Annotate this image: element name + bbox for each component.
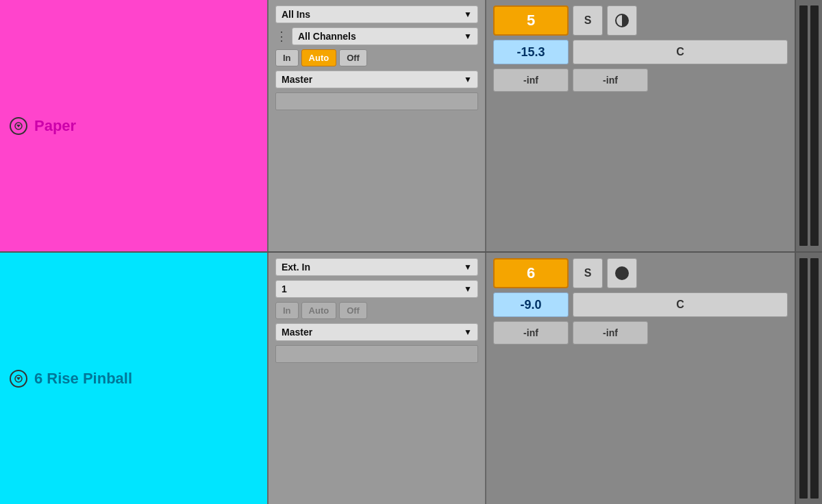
dropdown-arrow-channel-pinball: ▼ (464, 284, 472, 294)
channel-row-pinball: 1 ▼ (275, 280, 478, 298)
inf-left-paper[interactable]: -inf (493, 68, 569, 92)
mixer-inf-row-paper: -inf -inf (493, 68, 788, 92)
s-button-paper[interactable]: S (573, 5, 603, 36)
vu-meter-paper (795, 0, 822, 251)
channel-dropdown-paper[interactable]: All Channels ▼ (292, 27, 478, 45)
track-number-paper[interactable]: 5 (493, 5, 569, 36)
vu-bar-left-paper (799, 5, 808, 246)
text-input-bar-paper[interactable] (275, 92, 478, 110)
dropdown-arrow-output-pinball: ▼ (464, 327, 472, 337)
main-container: Paper All Ins ▼ ⋮ All Channels ▼ In Auto… (0, 0, 822, 504)
vu-bar-right-pinball (810, 258, 819, 499)
dropdown-arrow-channel-paper: ▼ (464, 32, 472, 41)
text-input-bar-pinball[interactable] (275, 345, 478, 363)
mixer-inf-row-pinball: -inf -inf (493, 321, 788, 344)
track-title-paper: Paper (34, 117, 76, 135)
controls-pinball: Ext. In ▼ 1 ▼ In Auto Off Master ▼ (267, 253, 486, 504)
collapse-button-paper[interactable] (10, 117, 27, 135)
output-row-pinball: Master ▼ (275, 323, 478, 341)
mode-off-paper[interactable]: Off (339, 49, 367, 66)
record-icon-pinball (615, 266, 629, 280)
text-bar-row-pinball (275, 345, 478, 363)
mixer-vol-row-pinball: -9.0 C (493, 292, 788, 317)
volume-display-paper[interactable]: -15.3 (493, 40, 569, 64)
track-name-pinball: 6 Rise Pinball (0, 253, 267, 504)
track-row-pinball: 6 Rise Pinball Ext. In ▼ 1 ▼ In Auto Off (0, 253, 822, 504)
track-name-paper: Paper (0, 0, 267, 251)
dropdown-arrow-input-paper: ▼ (464, 10, 472, 19)
s-button-pinball[interactable]: S (573, 258, 603, 288)
svg-marker-1 (16, 125, 21, 127)
mixer-paper: 5 S -15.3 C -inf -inf (486, 0, 795, 251)
mode-auto-pinball[interactable]: Auto (301, 302, 337, 319)
channel-row-paper: ⋮ All Channels ▼ (275, 27, 478, 45)
c-button-pinball[interactable]: C (573, 292, 788, 317)
mode-in-pinball[interactable]: In (275, 302, 299, 319)
c-button-paper[interactable]: C (573, 40, 788, 64)
track-number-pinball[interactable]: 6 (493, 258, 569, 288)
mode-in-paper[interactable]: In (275, 49, 299, 66)
svg-marker-4 (16, 377, 21, 380)
monitor-button-pinball[interactable] (607, 258, 637, 288)
inf-right-pinball[interactable]: -inf (573, 321, 648, 344)
dots-paper: ⋮ (275, 29, 288, 44)
input-dropdown-paper[interactable]: All Ins ▼ (275, 5, 478, 23)
vu-meter-pinball (795, 253, 822, 504)
mixer-top-row-pinball: 6 S (493, 258, 788, 288)
track-row-paper: Paper All Ins ▼ ⋮ All Channels ▼ In Auto… (0, 0, 822, 253)
output-row-paper: Master ▼ (275, 71, 478, 88)
text-bar-row-paper (275, 92, 478, 110)
mixer-pinball: 6 S -9.0 C -inf -inf (486, 253, 795, 504)
volume-display-pinball[interactable]: -9.0 (493, 292, 569, 317)
mode-off-pinball[interactable]: Off (339, 302, 367, 319)
mixer-top-row-paper: 5 S (493, 5, 788, 36)
input-row-paper: All Ins ▼ (275, 5, 478, 23)
collapse-button-pinball[interactable] (10, 370, 27, 388)
dropdown-arrow-input-pinball: ▼ (464, 262, 472, 272)
mode-auto-paper[interactable]: Auto (301, 49, 337, 66)
channel-dropdown-pinball[interactable]: 1 ▼ (275, 280, 478, 298)
input-row-pinball: Ext. In ▼ (275, 258, 478, 276)
input-dropdown-pinball[interactable]: Ext. In ▼ (275, 258, 478, 276)
mixer-vol-row-paper: -15.3 C (493, 40, 788, 64)
inf-left-pinball[interactable]: -inf (493, 321, 569, 344)
output-dropdown-paper[interactable]: Master ▼ (275, 71, 478, 88)
dropdown-arrow-output-paper: ▼ (464, 75, 472, 84)
mode-row-paper: In Auto Off (275, 49, 478, 66)
output-dropdown-pinball[interactable]: Master ▼ (275, 323, 478, 341)
track-title-pinball: 6 Rise Pinball (34, 370, 132, 388)
controls-paper: All Ins ▼ ⋮ All Channels ▼ In Auto Off M… (267, 0, 486, 251)
inf-right-paper[interactable]: -inf (573, 68, 648, 92)
vu-bar-left-pinball (799, 258, 808, 499)
monitor-button-paper[interactable] (607, 5, 637, 36)
vu-bar-right-paper (810, 5, 819, 246)
mode-row-pinball: In Auto Off (275, 302, 478, 319)
